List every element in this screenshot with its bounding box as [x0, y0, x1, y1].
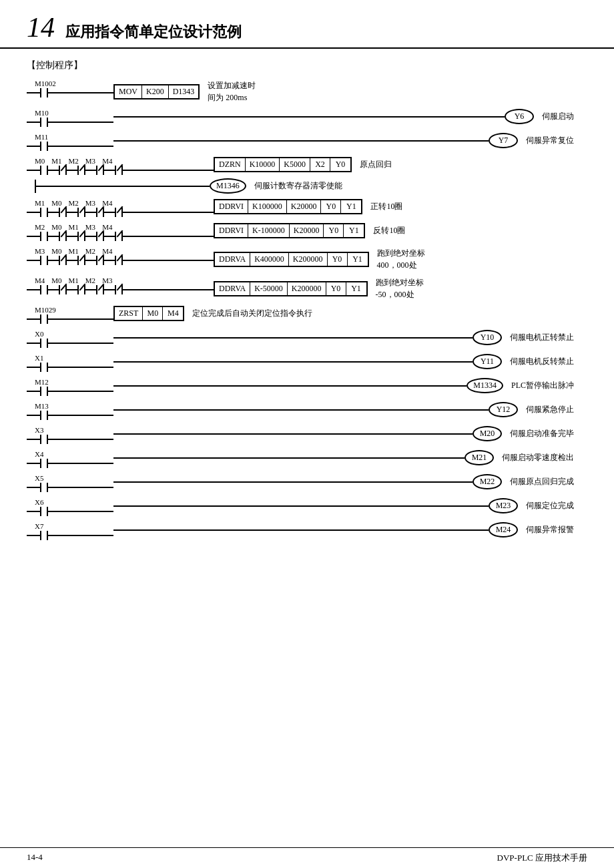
contact-M10 [35, 117, 53, 128]
lbl-M2-r6: M2 [35, 223, 45, 231]
rung-5: M1 M0 M2 M3 M4 [27, 199, 574, 218]
lbl-X7: X7 [35, 522, 113, 530]
rung-11: X1 Y11 伺服电机反转禁止 [27, 354, 574, 373]
rung1-contact-label: M1002 [35, 79, 113, 87]
contact-M2-r8-nc [91, 284, 109, 295]
lbl-M0-r5: M0 [51, 199, 61, 207]
contact-M1002 [35, 87, 53, 98]
rung-1: M1002 [27, 79, 574, 103]
ic-y0-1: Y0 [321, 200, 341, 213]
inst-cell-k10000: K10000 [246, 158, 280, 171]
coil-Y12: Y12 [489, 402, 518, 417]
coil-M23: M23 [489, 498, 518, 513]
lbl-M2-r7: M2 [85, 247, 95, 255]
rung17-comment: 伺服定位完成 [526, 500, 574, 511]
contact-M1-r5 [35, 207, 53, 218]
inst-DDRVI-1: DDRVI K100000 K20000 Y0 Y1 [214, 199, 362, 214]
ic-k400000: K400000 [250, 253, 289, 266]
rung-17: X6 M23 伺服定位完成 [27, 498, 574, 517]
rung7-comment: 跑到绝对坐标400，000处 [377, 247, 425, 271]
ic-m0-zrst: M0 [143, 307, 163, 320]
rung-15: X4 M21 伺服启动零速度检出 [27, 450, 574, 469]
inst-cell-y0-dzrn: Y0 [330, 158, 350, 171]
coil-Y6: Y6 [505, 109, 534, 124]
contact-M1-r6-nc [72, 231, 91, 242]
contact-M4-r4-nc [109, 165, 128, 176]
ic-y1-2: Y1 [344, 224, 364, 237]
lbl-M1-r4: M1 [51, 157, 61, 165]
rung14-comment: 伺服启动准备完毕 [510, 428, 574, 439]
footer-left: 14-4 [27, 852, 43, 864]
inst-DDRVA-2: DDRVA K-50000 K200000 Y0 Y1 [214, 281, 368, 296]
rung9-comment: 定位完成后自动关闭定位指令执行 [192, 308, 312, 319]
lbl-X1: X1 [35, 354, 113, 362]
ic-k-50000: K-50000 [250, 282, 288, 295]
contact-M3-r8-nc [109, 284, 128, 295]
coil-M1334: M1334 [467, 378, 503, 393]
rung-3: M11 [27, 133, 574, 152]
coil-Y7: Y7 [489, 133, 518, 148]
rung12-comment: PLC暂停输出脉冲 [511, 380, 574, 391]
footer-right: DVP-PLC 应用技术手册 [497, 852, 587, 864]
rung-7: M3 M0 M1 M2 M4 [27, 247, 574, 271]
rung3-contact-label: M11 [35, 133, 113, 141]
contact-X6 [35, 506, 53, 517]
ic-k20000-2: K20000 [290, 224, 324, 237]
rung4-sub: M1346 伺服计数寄存器清零使能 [35, 178, 574, 194]
ic-ddrvi1: DDRVI [215, 200, 248, 213]
page-footer: 14-4 DVP-PLC 应用技术手册 [0, 847, 614, 868]
contact-M13 [35, 410, 53, 421]
rung-14: X3 M20 伺服启动准备完毕 [27, 426, 574, 445]
inst-cell-k200: K200 [142, 85, 169, 98]
contact-M4-r8 [35, 284, 53, 295]
inst-cell-k5000: K5000 [280, 158, 310, 171]
contact-M2-r4-nc [72, 165, 91, 176]
ic-ddrva1: DDRVA [215, 253, 250, 266]
inst-DDRVA-1: DDRVA K400000 K200000 Y0 Y1 [214, 252, 369, 267]
ic-k100000: K100000 [248, 200, 287, 213]
contact-M1-r4-nc [53, 165, 72, 176]
contact-M2-r6 [35, 231, 53, 242]
contact-M0-r4 [35, 165, 53, 176]
ic-k200000-2: K200000 [288, 282, 326, 295]
rung4-comment: 原点回归 [360, 159, 392, 170]
ic-m4-zrst: M4 [163, 307, 183, 320]
rung-4: M0 M1 M2 M3 M4 [27, 157, 574, 194]
contact-M3-r7 [35, 255, 53, 266]
rung-8: M4 M0 M1 M2 M3 [27, 276, 574, 300]
contact-M3-r5-nc [91, 207, 109, 218]
rung-2: M10 [27, 109, 574, 128]
inst-cell-x2: X2 [310, 158, 330, 171]
contact-X5 [35, 482, 53, 493]
rung6-comment: 反转10圈 [373, 225, 405, 236]
lbl-M0: M0 [35, 157, 45, 165]
rung2-comment: 伺服启动 [542, 111, 574, 122]
inst-DDRVI-2: DDRVI K-100000 K20000 Y0 Y1 [214, 223, 365, 238]
rung18-comment: 伺服异常报警 [526, 524, 574, 535]
rung-16: X5 M22 伺服原点回归完成 [27, 474, 574, 493]
lbl-M3-r4: M3 [85, 157, 95, 165]
rung15-comment: 伺服启动零速度检出 [502, 452, 574, 463]
ic-y0-3: Y0 [328, 253, 348, 266]
contact-M1029 [35, 314, 53, 324]
ic-k200000-1: K200000 [289, 253, 328, 266]
lbl-X6: X6 [35, 498, 113, 506]
rung13-comment: 伺服紧急停止 [526, 404, 574, 415]
rung16-comment: 伺服原点回归完成 [510, 476, 574, 487]
rung4-sub-comment: 伺服计数寄存器清零使能 [254, 180, 342, 192]
lbl-M4-r8: M4 [35, 276, 45, 284]
lbl-M0-r8: M0 [51, 276, 61, 284]
contact-X3 [35, 434, 53, 445]
ic-ddrvi2: DDRVI [215, 224, 248, 237]
lbl-M2-r4: M2 [69, 157, 79, 165]
inst-ZRST: ZRST M0 M4 [113, 306, 184, 321]
contact-M11 [35, 141, 53, 152]
lbl-M0-r7: M0 [51, 247, 61, 255]
page-header: 14 应用指令简单定位设计范例 [0, 0, 614, 49]
page-title: 应用指令简单定位设计范例 [65, 22, 242, 42]
page-number: 14 [27, 13, 55, 41]
inst-cell-dzrn: DZRN [215, 158, 246, 171]
contact-X1 [35, 362, 53, 373]
lbl-M3-r7: M3 [35, 247, 45, 255]
contact-M2-r5-nc [72, 207, 91, 218]
